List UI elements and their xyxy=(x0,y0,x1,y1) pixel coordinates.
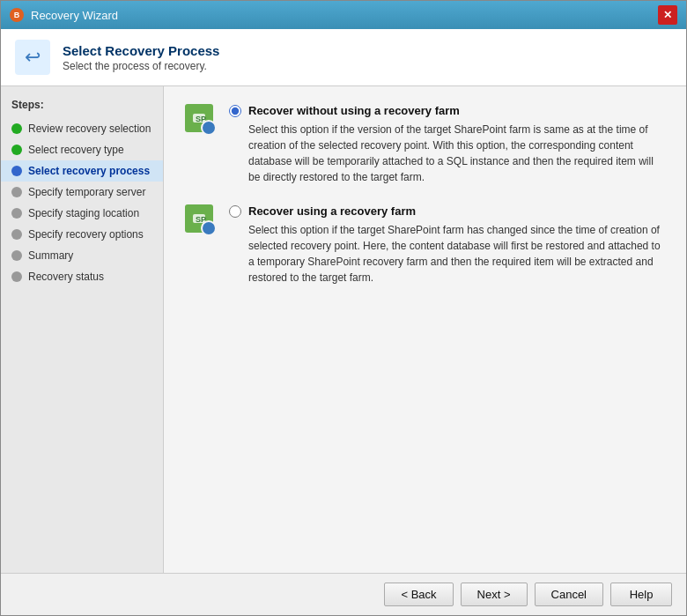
sidebar-item-specify-temporary-server[interactable]: Specify temporary server xyxy=(1,182,163,203)
option-no-farm-description: Select this option if the version of the… xyxy=(229,122,665,185)
main-content: Steps: Review recovery selection Select … xyxy=(1,86,686,573)
svg-text:SP: SP xyxy=(196,215,206,224)
sidebar: Steps: Review recovery selection Select … xyxy=(1,86,164,573)
sidebar-item-specify-staging-location[interactable]: Specify staging location xyxy=(1,203,163,224)
sidebar-item-label: Review recovery selection xyxy=(28,122,151,135)
no-farm-icon-bg: SP xyxy=(185,104,213,132)
option-no-farm-content: Recover without using a recovery farm Se… xyxy=(229,104,665,185)
content-area: SP Recover without using a recovery farm… xyxy=(164,86,686,573)
back-button[interactable]: < Back xyxy=(384,583,453,606)
close-button[interactable]: ✕ xyxy=(658,5,677,25)
footer: < Back Next > Cancel Help xyxy=(1,573,686,615)
with-farm-icon: SP xyxy=(185,204,217,236)
header-icon xyxy=(15,40,50,75)
recovery-wizard-window: B Recovery Wizard ✕ Select Recovery Proc… xyxy=(0,0,687,616)
sidebar-item-label: Recovery status xyxy=(28,271,104,283)
sidebar-item-label: Specify temporary server xyxy=(28,186,145,198)
header-text: Select Recovery Process Select the proce… xyxy=(63,43,219,72)
option-no-farm-row: SP Recover without using a recovery farm… xyxy=(185,104,665,185)
header-section: Select Recovery Process Select the proce… xyxy=(1,29,686,86)
step-dot-pending xyxy=(11,229,22,240)
sidebar-item-label: Specify staging location xyxy=(28,207,139,219)
sidebar-item-label: Summary xyxy=(28,249,73,262)
with-farm-icon-bg: SP xyxy=(185,204,213,233)
sidebar-item-review-recovery-selection[interactable]: Review recovery selection xyxy=(1,118,163,139)
sharepoint-icon-svg: SP xyxy=(191,110,207,126)
sharepoint-farm-icon-svg: SP xyxy=(191,211,207,226)
svg-text:SP: SP xyxy=(196,115,206,123)
step-dot-pending xyxy=(11,250,22,261)
sidebar-item-recovery-status[interactable]: Recovery status xyxy=(1,266,163,287)
sidebar-item-specify-recovery-options[interactable]: Specify recovery options xyxy=(1,224,163,245)
sidebar-item-label: Select recovery process xyxy=(28,165,150,177)
header-subtitle: Select the process of recovery. xyxy=(63,60,219,72)
option-no-farm-radio[interactable] xyxy=(229,105,241,117)
option-with-farm-description: Select this option if the target SharePo… xyxy=(229,222,665,286)
sidebar-item-select-recovery-process[interactable]: Select recovery process xyxy=(1,160,163,182)
step-dot-completed xyxy=(11,145,22,155)
option-no-farm-header: Recover without using a recovery farm xyxy=(229,104,665,117)
sidebar-item-label: Specify recovery options xyxy=(28,228,144,241)
step-dot-completed xyxy=(11,123,22,134)
step-dot-pending xyxy=(11,271,22,282)
option-with-farm-row: SP Recover using a recovery farm Select … xyxy=(185,204,665,286)
app-icon: B xyxy=(10,8,24,22)
option-with-farm-header: Recover using a recovery farm xyxy=(229,204,665,218)
option-with-farm-radio[interactable] xyxy=(229,205,241,218)
title-bar: B Recovery Wizard ✕ xyxy=(1,1,686,29)
steps-label: Steps: xyxy=(1,95,163,118)
window-title: Recovery Wizard xyxy=(31,9,118,22)
option-no-farm-title[interactable]: Recover without using a recovery farm xyxy=(248,104,460,117)
step-dot-pending xyxy=(11,208,22,219)
help-button[interactable]: Help xyxy=(610,583,672,606)
header-title: Select Recovery Process xyxy=(63,43,219,58)
no-farm-icon: SP xyxy=(185,104,217,136)
sidebar-item-summary[interactable]: Summary xyxy=(1,245,163,266)
option-with-farm-title[interactable]: Recover using a recovery farm xyxy=(248,204,416,218)
next-button[interactable]: Next > xyxy=(461,583,528,606)
sidebar-item-label: Select recovery type xyxy=(28,144,124,156)
option-with-farm-content: Recover using a recovery farm Select thi… xyxy=(229,204,665,286)
step-dot-pending xyxy=(11,187,22,197)
cancel-button[interactable]: Cancel xyxy=(535,583,603,606)
title-bar-left: B Recovery Wizard xyxy=(10,8,118,22)
sidebar-item-select-recovery-type[interactable]: Select recovery type xyxy=(1,139,163,160)
step-dot-active xyxy=(11,166,22,176)
